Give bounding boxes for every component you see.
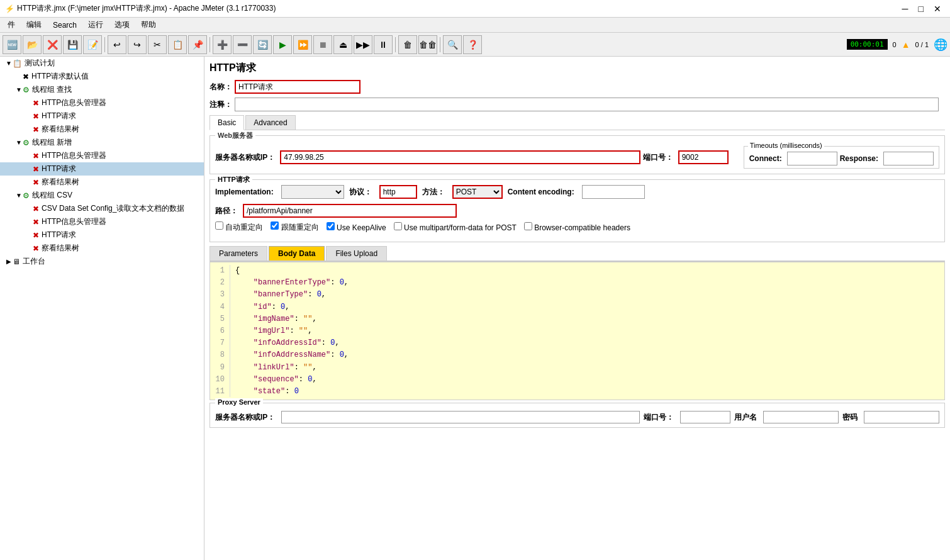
encoding-input[interactable] bbox=[582, 185, 645, 199]
help-button[interactable]: ❓ bbox=[463, 35, 482, 54]
name-input[interactable] bbox=[235, 80, 360, 94]
stop-button[interactable]: ⏹ bbox=[313, 35, 332, 54]
threadgroup3-icon: ⚙ bbox=[23, 191, 30, 200]
connect-input[interactable] bbox=[787, 152, 837, 165]
code-line-13: } bbox=[235, 398, 942, 400]
tree-item-threadgroup2[interactable]: ▼ ⚙ 线程组 新增 bbox=[0, 136, 204, 149]
start-no-pause-button[interactable]: ⏩ bbox=[293, 35, 312, 54]
impl-select[interactable] bbox=[281, 185, 344, 199]
auto-redirect-input[interactable] bbox=[215, 221, 223, 230]
tab-parameters[interactable]: Parameters bbox=[210, 246, 267, 260]
paste-button[interactable]: 📌 bbox=[188, 35, 207, 54]
tree-item-threadgroup3[interactable]: ▼ ⚙ 线程组 CSV bbox=[0, 189, 204, 202]
port-input[interactable] bbox=[678, 150, 729, 164]
tree-item-results2[interactable]: ✖ 察看结果树 bbox=[0, 176, 204, 189]
tab-basic[interactable]: Basic bbox=[210, 115, 244, 130]
proxy-server-label: 服务器名称或IP： bbox=[215, 412, 275, 423]
fraction-display: 0 / 1 bbox=[915, 41, 929, 48]
timeouts-section: Timeouts (milliseconds) Connect: Respons… bbox=[744, 146, 939, 169]
browser-headers-check[interactable]: Browser-compatible headers bbox=[524, 222, 630, 232]
expand-icon-4 bbox=[25, 113, 33, 120]
auto-redirect-check[interactable]: 自动重定向 bbox=[215, 221, 263, 233]
protocol-input[interactable] bbox=[379, 185, 417, 199]
expand-icon-2: ▼ bbox=[15, 86, 23, 93]
main-tabs: Basic Advanced bbox=[210, 115, 945, 130]
proxy-port-input[interactable] bbox=[680, 411, 730, 423]
code-line-11: "sequence": 0, bbox=[235, 374, 942, 386]
menu-file[interactable]: 件 bbox=[3, 18, 20, 31]
httpreq1-icon: ✖ bbox=[33, 112, 39, 121]
comment-label: 注释： bbox=[210, 99, 232, 110]
menu-run[interactable]: 运行 bbox=[83, 18, 108, 31]
tab-body-data[interactable]: Body Data bbox=[269, 246, 325, 260]
tree-item-workbench[interactable]: ▶ 🖥 工作台 bbox=[0, 255, 204, 268]
proxy-password-input[interactable] bbox=[864, 411, 939, 423]
remote-start-button[interactable]: ▶▶ bbox=[354, 35, 372, 54]
tree-item-csv[interactable]: ✖ CSV Data Set Config_读取文本文档的数据 bbox=[0, 202, 204, 215]
toggle-button[interactable]: 🔄 bbox=[253, 35, 272, 54]
clear-all-button[interactable]: 🗑🗑 bbox=[418, 35, 437, 54]
open-button[interactable]: 📂 bbox=[23, 35, 42, 54]
expand-icon-6: ▼ bbox=[15, 139, 23, 146]
tree-item-testplan[interactable]: ▼ 📋 测试计划 bbox=[0, 57, 204, 70]
menu-help[interactable]: 帮助 bbox=[136, 18, 161, 31]
menu-options[interactable]: 选项 bbox=[109, 18, 135, 31]
tree-item-threadgroup1[interactable]: ▼ ⚙ 线程组 查找 bbox=[0, 83, 204, 96]
right-panel: HTTP请求 名称： 注释： Basic Advanced Web服务器 服务器… bbox=[204, 57, 950, 560]
comment-input[interactable] bbox=[235, 98, 939, 111]
keepalive-check[interactable]: Use KeepAlive bbox=[327, 222, 386, 232]
server-ip-label: 服务器名称或IP： bbox=[215, 152, 275, 163]
close-button-tb[interactable]: ❌ bbox=[43, 35, 62, 54]
warning-icon: ▲ bbox=[902, 40, 910, 50]
minimize-button[interactable]: ─ bbox=[898, 3, 912, 15]
main-layout: ▼ 📋 测试计划 ✖ HTTP请求默认值 ▼ ⚙ 线程组 查找 ✖ HTTP信息… bbox=[0, 57, 950, 560]
server-ip-input[interactable] bbox=[280, 150, 640, 164]
tree-item-httpreq3[interactable]: ✖ HTTP请求 bbox=[0, 228, 204, 242]
redo-button[interactable]: ↪ bbox=[128, 35, 147, 54]
window-controls[interactable]: ─ □ ✕ bbox=[898, 3, 945, 15]
follow-redirect-input[interactable] bbox=[271, 221, 279, 230]
expand-icon-13 bbox=[25, 232, 33, 238]
tree-item-httpheader3[interactable]: ✖ HTTP信息头管理器 bbox=[0, 215, 204, 228]
maximize-button[interactable]: □ bbox=[915, 3, 927, 15]
response-input[interactable] bbox=[883, 152, 934, 165]
multipart-check[interactable]: Use multipart/form-data for POST bbox=[394, 222, 517, 232]
tab-advanced[interactable]: Advanced bbox=[245, 115, 295, 130]
new-button[interactable]: 🆕 bbox=[3, 35, 21, 54]
tab-files-upload[interactable]: Files Upload bbox=[326, 246, 387, 260]
httpreq3-icon: ✖ bbox=[33, 231, 39, 240]
httpheader3-icon: ✖ bbox=[33, 218, 39, 227]
method-select[interactable]: POST GET PUT DELETE bbox=[452, 185, 503, 199]
start-button[interactable]: ▶ bbox=[273, 35, 292, 54]
copy-button[interactable]: 📋 bbox=[168, 35, 187, 54]
undo-button[interactable]: ↩ bbox=[108, 35, 126, 54]
follow-redirect-check[interactable]: 跟随重定向 bbox=[271, 221, 318, 233]
expand-button[interactable]: ➕ bbox=[213, 35, 232, 54]
tree-item-httpheader2[interactable]: ✖ HTTP信息头管理器 bbox=[0, 149, 204, 162]
shutdown-button[interactable]: ⏏ bbox=[333, 35, 352, 54]
proxy-server-input[interactable] bbox=[281, 411, 640, 423]
tree-item-httpdefault[interactable]: ✖ HTTP请求默认值 bbox=[0, 70, 204, 83]
close-button[interactable]: ✕ bbox=[930, 3, 945, 15]
save-as-button[interactable]: 📝 bbox=[83, 35, 102, 54]
browser-headers-input[interactable] bbox=[524, 222, 532, 230]
menu-search[interactable]: Search bbox=[48, 20, 82, 31]
workbench-icon: 🖥 bbox=[13, 257, 20, 266]
clear-button[interactable]: 🗑 bbox=[398, 35, 417, 54]
collapse-button[interactable]: ➖ bbox=[233, 35, 252, 54]
remote-stop-button[interactable]: ⏸ bbox=[374, 35, 393, 54]
menu-edit[interactable]: 编辑 bbox=[21, 18, 47, 31]
tree-item-httpheader1[interactable]: ✖ HTTP信息头管理器 bbox=[0, 96, 204, 109]
multipart-input[interactable] bbox=[394, 222, 402, 230]
tree-item-httpreq1[interactable]: ✖ HTTP请求 bbox=[0, 109, 204, 123]
tree-item-results1[interactable]: ✖ 察看结果树 bbox=[0, 123, 204, 136]
save-button[interactable]: 💾 bbox=[63, 35, 82, 54]
code-editor[interactable]: 1 2 3 4 5 6 7 8 9 10 11 12 13 { "bannerE… bbox=[210, 262, 945, 400]
search-button[interactable]: 🔍 bbox=[443, 35, 462, 54]
path-input[interactable] bbox=[243, 204, 457, 218]
proxy-username-input[interactable] bbox=[763, 411, 839, 423]
tree-item-results3[interactable]: ✖ 察看结果树 bbox=[0, 242, 204, 255]
cut-button[interactable]: ✂ bbox=[148, 35, 167, 54]
tree-item-httpreq2[interactable]: ✖ HTTP请求 bbox=[0, 162, 204, 176]
keepalive-input[interactable] bbox=[327, 222, 335, 230]
